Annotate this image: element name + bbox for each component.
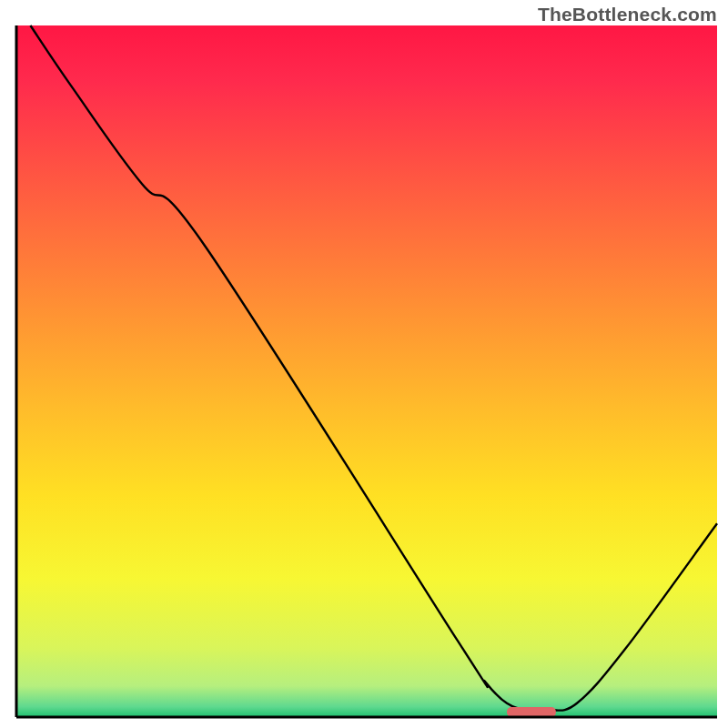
svg-rect-0 xyxy=(16,25,717,717)
attribution-label: TheBottleneck.com xyxy=(538,4,717,25)
bottleneck-chart xyxy=(0,0,728,728)
chart-container: { "attribution": "TheBottleneck.com", "c… xyxy=(0,0,728,728)
optimal-marker xyxy=(507,707,556,717)
